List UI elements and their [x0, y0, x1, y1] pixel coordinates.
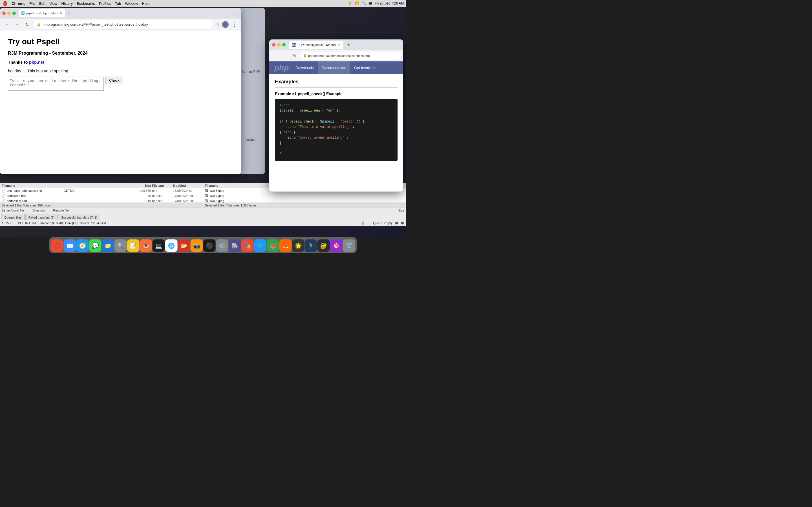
maximize-button[interactable] — [12, 11, 16, 15]
check-button[interactable]: Check — [105, 76, 123, 84]
php-maximize-button[interactable] — [282, 43, 286, 47]
address-bar[interactable]: 🔒 rjmprogramming.com.au/PHP/pspell_test.… — [33, 20, 213, 29]
dock-app5[interactable]: 🦊 — [280, 239, 292, 252]
php-nav-downloads[interactable]: Downloads — [292, 61, 317, 74]
partial-tab-text2: neChart — [237, 135, 265, 144]
back-button[interactable]: ← — [3, 20, 11, 29]
right-file-row-3[interactable]: 🖼 two-6.jpeg — [203, 198, 406, 203]
dock-app2[interactable]: 🎭 — [241, 239, 254, 252]
page-subtitle: RJM Programming - September, 2024 — [8, 51, 233, 56]
tab-queued-files[interactable]: Queued files — [1, 214, 25, 220]
tab-overflow-button[interactable]: ⌄ — [231, 9, 239, 17]
php-tab-close[interactable]: ✕ — [338, 43, 341, 47]
dock-system-prefs[interactable]: ⚙️ — [216, 239, 229, 252]
saved-info: Saved: 7:26:47 AM — [80, 221, 106, 225]
code-str-valid: "This is a valid spelling" — [298, 125, 350, 129]
php-nav-get-involved[interactable]: Get Involved — [350, 61, 378, 74]
search-icon[interactable]: 🔍 — [362, 1, 366, 5]
right-file-row-2[interactable]: 🖼 two-7.jpeg — [203, 193, 406, 198]
php-logo-text: php — [274, 63, 289, 72]
file-date-2: 17/09/2024 19: — [173, 194, 201, 198]
close-button[interactable] — [2, 11, 6, 15]
code-str-wrong: "Sorry, wrong spelling" — [298, 136, 345, 140]
menu-chrome[interactable]: Chrome — [11, 1, 26, 6]
php-new-tab-button[interactable]: + — [345, 41, 352, 48]
dock-chrome[interactable]: 🌐 — [165, 239, 177, 252]
code-kw-if: if — [280, 120, 283, 124]
footer-server-local: Server/Local file — [2, 209, 24, 212]
php-minimize-button[interactable] — [277, 43, 281, 47]
dock-mail[interactable]: ✉️ — [64, 239, 76, 252]
php-forward-button[interactable]: → — [281, 52, 289, 60]
dock-app9[interactable]: 🎯 — [330, 239, 343, 252]
dock-terminal[interactable]: ⚫ — [203, 239, 216, 252]
menu-profiles[interactable]: Profiles — [99, 1, 111, 6]
php-active-tab[interactable]: php PHP: pspell_check - Manual ✕ — [289, 41, 343, 49]
dock-photos[interactable]: 📷 — [191, 239, 203, 252]
file-name-1: php_calls_pdfimages.php-----------------… — [7, 189, 133, 192]
php-url-text: php.net/manual/en/function.pspell-check.… — [308, 54, 370, 57]
spell-textarea[interactable] — [8, 76, 104, 91]
left-file-row-3[interactable]: 📄 pdftoexcel.bad 118 bad-file 17/09/2024… — [0, 198, 203, 203]
menu-file[interactable]: File — [29, 1, 35, 6]
tab-close-button[interactable]: ✕ — [60, 11, 63, 15]
control-center-icon[interactable]: ⊞ — [369, 1, 372, 5]
code-close-if: )) { — [357, 120, 365, 124]
code-kw-else: else — [283, 130, 292, 134]
footer-direction: Direction — [33, 209, 45, 212]
php-reload-button[interactable]: ↻ — [291, 52, 299, 60]
php-close-button[interactable] — [272, 43, 275, 47]
dock-preview[interactable]: 👁️ — [140, 239, 152, 252]
footer-remote-file: Remote file — [53, 209, 69, 212]
php-back-button[interactable]: ← — [271, 52, 280, 60]
reload-button[interactable]: ↻ — [23, 20, 31, 29]
left-file-row-2[interactable]: 📄 pdftoword.bad 38 bad-file 17/09/2024 1… — [0, 193, 203, 198]
dock-app6[interactable]: 🌟 — [292, 239, 305, 252]
php-address-input[interactable]: 🔒 php.net/manual/en/function.pspell-chec… — [300, 52, 401, 60]
more-options-button[interactable]: ⋮ — [231, 20, 238, 29]
menu-tab[interactable]: Tab — [115, 1, 121, 6]
phpnet-link[interactable]: php.net — [29, 60, 44, 64]
chrome-page-content: Try out Pspell RJM Programming - Septemb… — [0, 31, 241, 174]
minimize-button[interactable] — [7, 11, 11, 15]
dock-spotlight[interactable]: 🔍 — [114, 239, 127, 252]
tab-successful-transfers[interactable]: Successful transfers (741) — [58, 214, 100, 220]
tab-failed-transfers[interactable]: Failed transfers (2) — [26, 214, 57, 220]
dock-app4[interactable]: 🐙 — [267, 239, 279, 252]
active-tab[interactable]: 🌐 pspell_test.php - htdocs ✕ — [18, 9, 65, 17]
menu-history[interactable]: History — [61, 1, 72, 6]
dock-messages[interactable]: 💬 — [89, 239, 101, 252]
profile-avatar[interactable]: 👤 — [222, 21, 229, 28]
left-file-row-1[interactable]: 📄 php_calls_pdfimages.php---------------… — [0, 188, 203, 193]
dock-finder[interactable]: 📁 — [102, 239, 114, 252]
menu-edit[interactable]: Edit — [39, 1, 45, 6]
menu-help[interactable]: Help — [142, 1, 150, 6]
dock-filezilla[interactable]: 📂 — [178, 239, 190, 252]
dock-trash[interactable]: 🗑️ — [343, 239, 355, 252]
menu-bookmarks[interactable]: Bookmarks — [77, 1, 95, 6]
chrome-window: 🌐 pspell_test.php - htdocs ✕ + ⌄ ← → ↻ 🔒… — [0, 8, 241, 174]
menu-view[interactable]: View — [49, 1, 57, 6]
dock-safari[interactable]: 🧭 — [77, 239, 89, 252]
dock-app7[interactable]: 🏃 — [305, 239, 317, 252]
forward-button[interactable]: → — [13, 20, 21, 29]
php-manual-window: php PHP: pspell_check - Manual ✕ + ← → ↻… — [269, 40, 403, 191]
dock-music[interactable]: 🎵 — [51, 239, 63, 252]
apple-menu[interactable]: 🍎 — [2, 1, 8, 6]
menu-window[interactable]: Window — [125, 1, 138, 6]
bookmark-star[interactable]: ☆ — [216, 22, 220, 27]
php-nav-documentation[interactable]: Documentation — [318, 61, 350, 74]
php-content: Examples Example #1 pspell_check() Examp… — [269, 74, 403, 191]
dock-notes[interactable]: 📝 — [127, 239, 140, 252]
dock-app3[interactable]: 🐦 — [254, 239, 266, 252]
file-size-3: 118 — [134, 199, 151, 203]
dock-code[interactable]: 💻 — [153, 239, 165, 252]
left-col-size-header: Size — [134, 184, 151, 187]
php-divider — [275, 87, 398, 88]
dock-app8[interactable]: 🔐 — [317, 239, 330, 252]
right-status-bar: Selected 1 file. Total size: 1,258 bytes — [203, 203, 406, 208]
new-tab-button[interactable]: + — [65, 10, 72, 17]
tab-favicon: 🌐 — [21, 11, 25, 15]
dock-app1[interactable]: 🐘 — [229, 239, 241, 252]
left-col-name-header: Filename — [2, 184, 133, 187]
